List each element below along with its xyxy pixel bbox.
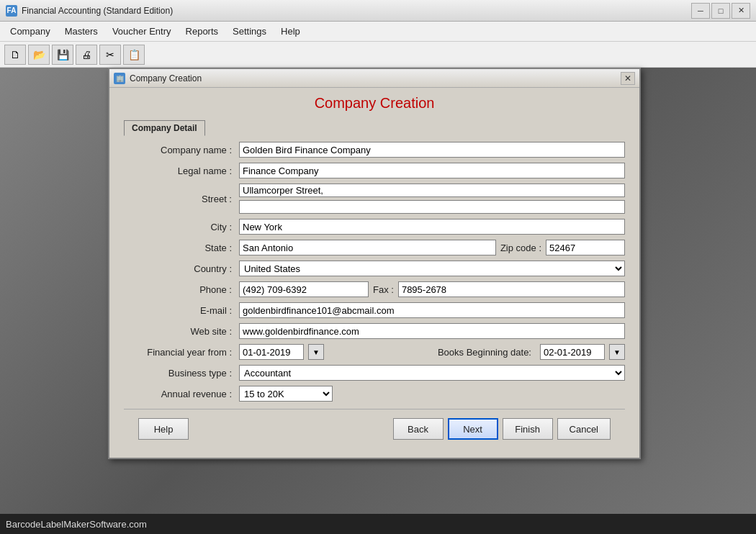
annual-revenue-select[interactable]: 15 to 20K 20 to 50K 50 to 100K 100K+ (239, 386, 333, 402)
toolbar-save[interactable]: 💾 (52, 45, 73, 65)
email-label: E-mail : (124, 305, 239, 316)
email-row: E-mail : (124, 302, 625, 318)
left-buttons: Help (138, 418, 189, 440)
company-detail-tab[interactable]: Company Detail (124, 120, 205, 136)
phone-input[interactable] (239, 281, 369, 297)
fy-label: Financial year from : (124, 347, 239, 358)
street-group (239, 184, 625, 214)
menu-company[interactable]: Company (3, 23, 58, 40)
legal-name-label: Legal name : (124, 166, 239, 176)
button-bar: Help Back Next Finish Cancel (124, 409, 625, 447)
annual-revenue-row: Annual revenue : 15 to 20K 20 to 50K 50 … (124, 386, 625, 402)
bbd-label: Books Beginning date: (438, 347, 531, 358)
company-name-input[interactable] (239, 142, 625, 158)
dialog-icon: 🏢 (114, 73, 125, 84)
menu-bar: Company Masters Voucher Entry Reports Se… (0, 22, 756, 42)
bbd-calendar-button[interactable]: ▼ (609, 344, 625, 360)
street-label: Street : (124, 194, 239, 204)
app-title: Financial Accounting (Standard Edition) (22, 6, 691, 16)
toolbar-paste[interactable]: 📋 (123, 45, 145, 65)
website-row: Web site : (124, 323, 625, 339)
zip-label: Zip code : (500, 243, 541, 253)
city-label: City : (124, 222, 239, 232)
country-label: Country : (124, 263, 239, 274)
form-area: Company name : Legal name : Street : Cit… (124, 142, 625, 402)
business-type-row: Business type : Accountant Retail Manufa… (124, 365, 625, 381)
state-label: State : (124, 243, 239, 253)
legal-name-input[interactable] (239, 163, 625, 178)
app-icon: FA (6, 5, 17, 17)
fy-bbd-group: ▼ Books Beginning date: ▼ (239, 344, 625, 360)
dialog-title: Company Creation (130, 73, 621, 83)
title-bar: FA Financial Accounting (Standard Editio… (0, 0, 756, 22)
company-creation-dialog: 🏢 Company Creation ✕ Company Creation Co… (108, 68, 641, 459)
phone-fax-group: Fax : (239, 281, 625, 297)
fax-input[interactable] (398, 281, 625, 297)
city-row: City : (124, 219, 625, 235)
next-button[interactable]: Next (448, 418, 498, 440)
fax-label: Fax : (373, 284, 394, 295)
fy-input[interactable] (239, 344, 304, 360)
email-input[interactable] (239, 302, 625, 318)
maximize-button[interactable]: □ (711, 3, 730, 19)
city-input[interactable] (239, 219, 625, 235)
state-zip-group: Zip code : (239, 240, 625, 255)
fy-calendar-button[interactable]: ▼ (308, 344, 324, 360)
toolbar-new[interactable]: 🗋 (4, 45, 26, 65)
help-button[interactable]: Help (138, 418, 189, 440)
company-name-row: Company name : (124, 142, 625, 158)
close-button[interactable]: ✕ (732, 3, 750, 19)
cancel-button[interactable]: Cancel (557, 418, 611, 440)
watermark: BarcodeLabelMakerSoftware.com (0, 514, 756, 534)
menu-voucher-entry[interactable]: Voucher Entry (105, 23, 179, 40)
business-type-label: Business type : (124, 368, 239, 379)
legal-name-row: Legal name : (124, 163, 625, 178)
right-buttons: Back Next Finish Cancel (393, 418, 611, 440)
street-line2-input[interactable] (239, 200, 625, 214)
business-type-select[interactable]: Accountant Retail Manufacturing (239, 365, 625, 381)
state-input[interactable] (239, 240, 496, 255)
bbd-input[interactable] (540, 344, 605, 360)
back-button[interactable]: Back (393, 418, 444, 440)
toolbar: 🗋 📂 💾 🖨 ✂ 📋 (0, 42, 756, 68)
minimize-button[interactable]: ─ (691, 3, 710, 19)
finish-button[interactable]: Finish (503, 418, 553, 440)
phone-fax-row: Phone : Fax : (124, 281, 625, 297)
toolbar-cut[interactable]: ✂ (99, 45, 121, 65)
dialog-body: Company Creation Company Detail Company … (109, 88, 639, 458)
dialog-close-button[interactable]: ✕ (621, 72, 635, 85)
menu-masters[interactable]: Masters (58, 23, 105, 40)
dialog-title-bar: 🏢 Company Creation ✕ (109, 69, 639, 88)
watermark-text: BarcodeLabelMakerSoftware.com (6, 519, 147, 530)
menu-help[interactable]: Help (274, 23, 307, 40)
website-input[interactable] (239, 323, 625, 339)
toolbar-open[interactable]: 📂 (28, 45, 50, 65)
street-line1-input[interactable] (239, 184, 625, 197)
street-row: Street : (124, 184, 625, 214)
toolbar-print[interactable]: 🖨 (76, 45, 97, 65)
menu-settings[interactable]: Settings (225, 23, 274, 40)
zip-input[interactable] (546, 240, 625, 255)
dialog-heading: Company Creation (124, 95, 625, 112)
annual-revenue-label: Annual revenue : (124, 389, 239, 399)
phone-label: Phone : (124, 284, 239, 295)
country-select[interactable]: United States United Kingdom Canada (239, 261, 625, 276)
company-name-label: Company name : (124, 145, 239, 155)
state-zip-row: State : Zip code : (124, 240, 625, 255)
window-controls: ─ □ ✕ (691, 3, 750, 19)
website-label: Web site : (124, 326, 239, 337)
country-row: Country : United States United Kingdom C… (124, 261, 625, 276)
fy-bbd-row: Financial year from : ▼ Books Beginning … (124, 344, 625, 360)
menu-reports[interactable]: Reports (179, 23, 226, 40)
